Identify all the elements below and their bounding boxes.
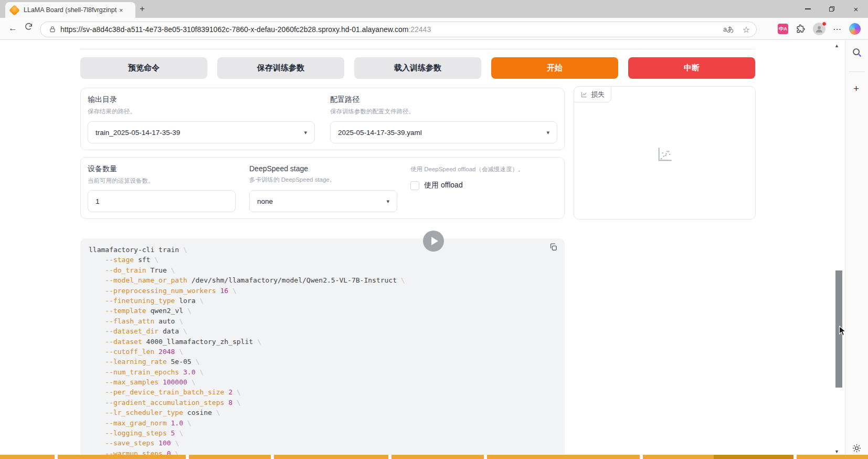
extensions-button[interactable] — [796, 24, 806, 34]
device-count-hint: 当前可用的运算设备数。 — [88, 177, 236, 185]
config-path-value: 2025-05-14-17-35-39.yaml — [338, 129, 422, 137]
deepspeed-stage-hint: 多卡训练的 DeepSpeed stage。 — [249, 176, 397, 184]
mouse-cursor — [839, 326, 848, 337]
notification-dot — [822, 22, 827, 26]
dropdown-arrow-icon: ▾ — [546, 129, 549, 136]
bottom-bar-segment[interactable] — [189, 455, 271, 459]
loss-panel: 损失 — [574, 86, 756, 220]
chart-placeholder-icon — [656, 145, 674, 163]
url-text: https://sv-a8d4c38d-a511-4e73-8e05-310f8… — [60, 25, 408, 34]
output-dir-label: 输出目录 — [88, 95, 315, 105]
config-path-hint: 保存训练参数的配置文件路径。 — [330, 108, 557, 116]
section-divider — [80, 49, 755, 49]
deepspeed-stage-dropdown[interactable]: none ▾ — [249, 190, 397, 212]
line-chart-icon — [580, 91, 588, 98]
tab-close-icon[interactable]: × — [119, 6, 123, 14]
gear-icon — [852, 443, 862, 453]
deepspeed-stage-value: none — [257, 197, 273, 205]
loss-panel-header: 损失 — [574, 86, 611, 102]
search-icon — [851, 47, 863, 58]
preview-command-button[interactable]: 预览命令 — [80, 57, 207, 79]
translate-icon: 中A — [778, 24, 788, 34]
sidebar-search-button[interactable] — [851, 47, 863, 60]
bottom-bar-segment[interactable] — [58, 455, 186, 459]
bottom-bar-segment[interactable] — [391, 455, 484, 459]
save-args-button[interactable]: 保存训练参数 — [217, 57, 344, 79]
refresh-icon — [24, 22, 33, 31]
puzzle-icon — [796, 24, 806, 34]
back-button[interactable]: ← — [8, 23, 17, 34]
settings-button[interactable] — [852, 443, 862, 455]
sidebar-add-button[interactable]: + — [853, 83, 859, 95]
output-config-panel: 输出目录 保存结果的路径。 train_2025-05-14-17-35-39 … — [80, 88, 565, 150]
favorites-star-button[interactable]: ☆ — [743, 25, 750, 35]
sidebar-divider — [849, 71, 865, 72]
more-menu-button[interactable]: ⋯ — [833, 24, 842, 34]
scroll-up-button[interactable]: ▲ — [834, 43, 839, 48]
command-preview-block: llamafactory-cli train \ --stage sft \ -… — [80, 238, 565, 455]
url-bar[interactable]: https://sv-a8d4c38d-a511-4e73-8e05-310f8… — [40, 22, 757, 37]
bottom-bar-segment[interactable] — [487, 455, 640, 459]
offload-label: 使用 offload — [424, 181, 463, 190]
edge-sidebar: + — [845, 40, 868, 459]
restore-button[interactable] — [820, 0, 844, 18]
url-port: :22443 — [408, 25, 431, 34]
deepspeed-stage-label: DeepSpeed stage — [249, 164, 397, 173]
copy-icon — [549, 243, 558, 252]
dropdown-arrow-icon: ▾ — [386, 198, 389, 205]
command-code: llamafactory-cli train \ --stage sft \ -… — [80, 238, 565, 455]
translate-button[interactable]: 中A — [778, 24, 788, 34]
play-button[interactable] — [423, 231, 444, 252]
load-args-button[interactable]: 载入训练参数 — [354, 57, 481, 79]
refresh-button[interactable] — [24, 22, 33, 34]
gradio-favicon-icon — [9, 4, 20, 15]
browser-window: LLaMA Board (shell-7l8fvrgzinptp × + × ←… — [0, 0, 868, 459]
output-dir-dropdown[interactable]: train_2025-05-14-17-35-39 ▾ — [88, 121, 315, 143]
language-options-button[interactable]: aあ — [723, 25, 734, 34]
output-dir-value: train_2025-05-14-17-35-39 — [96, 129, 180, 137]
device-count-label: 设备数量 — [88, 164, 236, 174]
profile-button[interactable] — [813, 23, 825, 35]
config-path-dropdown[interactable]: 2025-05-14-17-35-39.yaml ▾ — [330, 121, 557, 143]
bottom-bar-segment[interactable] — [714, 455, 793, 459]
loss-title: 损失 — [591, 90, 605, 99]
bottom-bar-segment[interactable] — [797, 455, 868, 459]
output-dir-hint: 保存结果的路径。 — [88, 108, 315, 116]
start-button[interactable]: 开始 — [491, 57, 618, 79]
play-icon — [431, 237, 438, 245]
bottom-bar-segment[interactable] — [274, 455, 388, 459]
scroll-down-button[interactable]: ▼ — [834, 449, 839, 454]
dropdown-arrow-icon: ▾ — [304, 129, 307, 136]
browser-tab[interactable]: LLaMA Board (shell-7l8fvrgzinptp × — [5, 2, 135, 18]
copilot-button[interactable] — [849, 23, 861, 35]
bottom-bar-segment[interactable] — [0, 455, 55, 459]
lock-icon — [49, 26, 56, 33]
tab-title: LLaMA Board (shell-7l8fvrgzinptp — [24, 6, 117, 14]
device-count-value: 1 — [96, 197, 100, 205]
avatar — [813, 23, 825, 35]
bottom-bar-segment[interactable] — [643, 455, 714, 459]
offload-checkbox[interactable] — [410, 181, 419, 190]
abort-button[interactable]: 中断 — [628, 57, 755, 79]
copilot-icon — [849, 23, 861, 35]
config-path-label: 配置路径 — [330, 95, 557, 105]
copy-button[interactable] — [549, 243, 558, 252]
bottom-bar — [0, 455, 868, 459]
minimize-button[interactable] — [796, 0, 820, 18]
device-count-input[interactable]: 1 — [88, 190, 236, 212]
new-tab-button[interactable]: + — [140, 4, 145, 14]
close-button[interactable]: × — [844, 0, 868, 18]
titlebar: LLaMA Board (shell-7l8fvrgzinptp × + × — [0, 0, 868, 18]
offload-hint: 使用 DeepSpeed offload（会减慢速度）。 — [410, 165, 558, 173]
device-deepspeed-panel: 设备数量 当前可用的运算设备数。 1 DeepSpeed stage 多卡训练的… — [80, 157, 565, 219]
